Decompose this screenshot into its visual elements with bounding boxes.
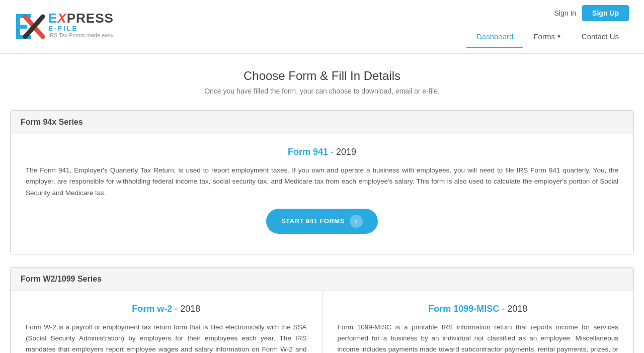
form-w2-year: 2018 — [180, 304, 200, 314]
section-94x-header: Form 94x Series — [11, 111, 633, 134]
section-94x-body: Form 941 - 2019 The Form 941, Employer's… — [11, 134, 633, 254]
nav-forms[interactable]: Forms ▼ — [523, 26, 571, 48]
sign-in-link[interactable]: Sign In — [554, 9, 577, 17]
nav-dashboard[interactable]: Dashboard — [466, 26, 523, 48]
svg-rect-2 — [16, 25, 27, 29]
form-w2-description: Form W-2 is a payroll or employment tax … — [26, 322, 307, 353]
form-941-entry: Form 941 - 2019 The Form 941, Employer's… — [26, 147, 618, 234]
sign-up-button[interactable]: Sign Up — [582, 5, 629, 21]
section-94x: Form 94x Series Form 941 - 2019 The Form… — [10, 110, 634, 254]
form-w2-title: Form w-2 - 2018 — [26, 304, 307, 314]
nav-contact-us[interactable]: Contact Us — [572, 26, 629, 48]
logo-title: EXPRESS — [48, 12, 114, 25]
form-1099-misc-dash: - — [502, 304, 507, 314]
form-1099-misc-link[interactable]: Form 1099-MISC — [428, 304, 499, 314]
form-1099-misc-entry: Form 1099-MISC - 2018 Form 1099-MISC is … — [323, 291, 634, 353]
section-w2-1099: Form W2/1099 Series Form w-2 - 2018 Form… — [10, 267, 634, 353]
form-941-description: The Form 941, Employer's Quarterly Tax R… — [26, 165, 618, 199]
section-w2-1099-body: Form w-2 - 2018 Form W-2 is a payroll or… — [11, 291, 633, 353]
forms-dropdown-arrow: ▼ — [556, 34, 561, 39]
page-subtitle: Once you have filled the form, your can … — [10, 87, 634, 95]
logo-efile: E-FILE — [48, 25, 114, 32]
form-941-year: 2019 — [336, 147, 356, 157]
header: EXPRESS E-FILE IRS Tax Forms made easy S… — [0, 0, 644, 54]
start-941-button[interactable]: START 941 FORMS › — [266, 209, 378, 234]
form-w2-dash: - — [175, 304, 180, 314]
logo: EXPRESS E-FILE IRS Tax Forms made easy — [15, 12, 114, 42]
logo-icon — [15, 12, 45, 42]
form-1099-misc-title: Form 1099-MISC - 2018 — [338, 304, 619, 314]
form-w2-link[interactable]: Form w-2 — [132, 304, 172, 314]
form-941-title: Form 941 - 2019 — [26, 147, 618, 157]
logo-press: PRESS — [67, 11, 114, 26]
logo-tagline: IRS Tax Forms made easy — [48, 32, 114, 38]
logo-text-area: EXPRESS E-FILE IRS Tax Forms made easy — [48, 12, 114, 38]
section-w2-1099-header: Form W2/1099 Series — [11, 268, 633, 291]
start-941-arrow-icon: › — [350, 215, 363, 228]
page-title: Choose Form & Fill In Details — [10, 69, 634, 83]
logo-e: E — [48, 11, 57, 26]
form-w2-entry: Form w-2 - 2018 Form W-2 is a payroll or… — [11, 291, 323, 353]
logo-x: X — [57, 11, 66, 26]
form-1099-misc-description: Form 1099-MISC is a printable IRS inform… — [338, 322, 619, 353]
form-1099-misc-year: 2018 — [507, 304, 527, 314]
form-941-dash: - — [331, 147, 336, 157]
form-941-link[interactable]: Form 941 — [288, 147, 328, 157]
main-content: Choose Form & Fill In Details Once you h… — [0, 54, 644, 353]
